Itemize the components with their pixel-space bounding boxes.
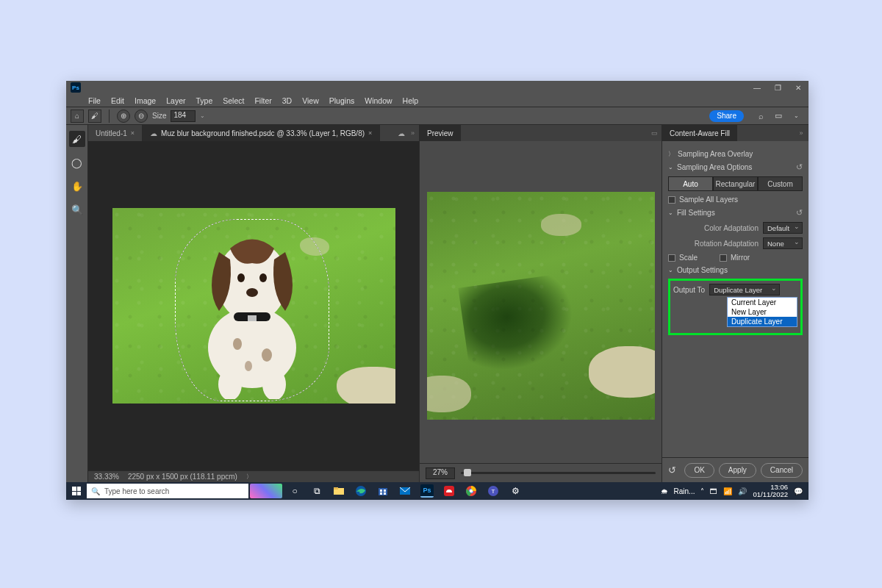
microsoft-store-icon[interactable]: [373, 482, 392, 500]
menu-help[interactable]: Help: [403, 96, 419, 105]
battery-icon[interactable]: 🗔: [710, 487, 717, 495]
zoom-tool-icon[interactable]: 🔍: [69, 201, 85, 218]
weather-text[interactable]: Rain...: [674, 487, 695, 495]
cortana-icon[interactable]: ○: [285, 482, 304, 500]
checkbox[interactable]: [668, 196, 675, 204]
photoshop-taskbar-icon[interactable]: Ps: [417, 482, 437, 500]
preview-zoom-slider[interactable]: [461, 472, 656, 474]
tool-panel: 🖌 ◯ ✋ 🔍: [66, 125, 88, 482]
output-settings-section[interactable]: ⌄ Output Settings: [668, 266, 803, 274]
edge-browser-icon[interactable]: [351, 482, 370, 500]
dropdown-option-new-layer[interactable]: New Layer: [728, 307, 797, 317]
menu-filter[interactable]: Filter: [254, 96, 271, 105]
taskbar-pinned-apps: ○ ⧉ Ps T ⚙: [285, 482, 525, 500]
file-explorer-icon[interactable]: [329, 482, 348, 500]
sampling-brush-subtract-icon[interactable]: ⊖: [135, 110, 148, 123]
size-dropdown-icon[interactable]: ⌄: [200, 112, 205, 119]
document-tab-2[interactable]: ☁ Muz blur background finished.psdc @ 33…: [143, 125, 380, 141]
sampling-overlay-section[interactable]: 〉 Sampling Area Overlay: [668, 150, 803, 158]
menu-layer[interactable]: Layer: [166, 96, 185, 105]
dropdown-option-duplicate-layer[interactable]: Duplicate Layer: [728, 317, 797, 326]
panel-expand-icon[interactable]: »: [794, 129, 808, 137]
preview-canvas[interactable]: [420, 141, 662, 463]
slider-thumb[interactable]: [464, 469, 471, 476]
sampling-brush-tool-icon[interactable]: 🖌: [69, 131, 85, 147]
status-bar: 33.33% 2250 px x 1500 px (118.11 ppcm) 〉: [88, 470, 419, 482]
ok-button[interactable]: OK: [684, 463, 714, 478]
lasso-tool-icon[interactable]: ◯: [69, 154, 85, 171]
menu-window[interactable]: Window: [365, 96, 392, 105]
wifi-icon[interactable]: 📶: [723, 487, 732, 495]
menu-3d[interactable]: 3D: [282, 96, 292, 105]
notifications-icon[interactable]: 💬: [794, 487, 803, 495]
cloud-sync-icon[interactable]: ☁: [398, 129, 405, 137]
close-button[interactable]: ✕: [788, 81, 808, 94]
task-view-icon[interactable]: ⧉: [307, 482, 326, 500]
document-tab-1[interactable]: Untitled-1 ×: [88, 125, 143, 141]
share-button[interactable]: Share: [709, 110, 744, 122]
apply-button[interactable]: Apply: [719, 463, 756, 478]
chrome-icon[interactable]: [462, 482, 481, 500]
close-tab-icon[interactable]: ×: [131, 129, 135, 137]
preview-tab[interactable]: Preview: [420, 125, 461, 141]
paving-stone: [427, 376, 471, 412]
expand-tabs-icon[interactable]: »: [411, 129, 415, 137]
sampling-rectangular-button[interactable]: Rectangular: [713, 176, 758, 191]
menu-type[interactable]: Type: [196, 96, 212, 105]
tray-chevron-icon[interactable]: ˄: [700, 487, 704, 495]
status-chevron-icon[interactable]: 〉: [246, 473, 252, 481]
taskbar-search[interactable]: 🔍 Type here to search: [87, 484, 248, 498]
current-tool-icon[interactable]: 🖌: [88, 110, 101, 123]
sample-all-layers-row[interactable]: Sample All Layers: [668, 196, 803, 204]
search-icon[interactable]: ⌕: [756, 111, 766, 121]
menu-edit[interactable]: Edit: [111, 96, 124, 105]
checkbox[interactable]: [668, 254, 675, 262]
menu-view[interactable]: View: [302, 96, 319, 105]
creative-cloud-icon[interactable]: [440, 482, 459, 500]
minimize-button[interactable]: —: [747, 81, 767, 94]
workspace-switcher-icon[interactable]: ▭: [773, 111, 784, 121]
brush-size-input[interactable]: 184: [171, 110, 196, 122]
sampling-custom-button[interactable]: Custom: [758, 176, 803, 191]
cancel-button[interactable]: Cancel: [761, 463, 803, 478]
settings-icon[interactable]: ⚙: [506, 482, 525, 500]
preview-zoom-input[interactable]: 27%: [426, 467, 455, 479]
menu-file[interactable]: File: [88, 96, 101, 105]
window-controls: — ❐ ✕: [747, 81, 808, 94]
hand-tool-icon[interactable]: ✋: [69, 178, 85, 194]
maximize-button[interactable]: ❐: [767, 81, 788, 94]
panel-collapse-icon[interactable]: ▭: [647, 129, 662, 137]
chevron-down-icon[interactable]: ⌄: [791, 111, 801, 121]
sampling-auto-button[interactable]: Auto: [668, 176, 713, 191]
fill-settings-section[interactable]: ⌄ Fill Settings ↺: [668, 208, 803, 218]
sampling-brush-add-icon[interactable]: ⊕: [117, 110, 130, 123]
rotation-adaptation-dropdown[interactable]: None: [763, 237, 803, 249]
windows-logo-icon: [72, 487, 81, 495]
home-icon[interactable]: ⌂: [71, 110, 84, 123]
checkbox[interactable]: [720, 254, 727, 262]
weather-icon[interactable]: 🌧: [661, 487, 668, 495]
caf-tab[interactable]: Content-Aware Fill: [662, 125, 737, 141]
reset-section-icon[interactable]: ↺: [796, 208, 803, 218]
reset-section-icon[interactable]: ↺: [796, 162, 803, 172]
reset-all-icon[interactable]: ↺: [668, 465, 676, 476]
mail-icon[interactable]: [395, 482, 415, 500]
teams-icon[interactable]: T: [484, 482, 503, 500]
dropdown-option-current-layer[interactable]: Current Layer: [728, 298, 797, 307]
menu-image[interactable]: Image: [135, 96, 156, 105]
mirror-checkbox-row[interactable]: Mirror: [720, 254, 750, 262]
zoom-percentage[interactable]: 33.33%: [94, 473, 119, 481]
menu-plugins[interactable]: Plugins: [329, 96, 354, 105]
canvas[interactable]: [88, 141, 419, 470]
start-button[interactable]: [66, 482, 87, 500]
menu-select[interactable]: Select: [223, 96, 244, 105]
taskbar-clock[interactable]: 13:06 01/11/2022: [753, 484, 788, 498]
volume-icon[interactable]: 🔊: [738, 487, 747, 495]
color-adaptation-dropdown[interactable]: Default: [763, 222, 803, 234]
sampling-options-section[interactable]: ⌄ Sampling Area Options ↺: [668, 162, 803, 172]
news-widget-thumbnail[interactable]: [250, 484, 282, 498]
output-to-dropdown[interactable]: Duplicate Layer: [709, 284, 780, 295]
scale-checkbox-row[interactable]: Scale: [668, 254, 698, 262]
taskbar-system-tray: 🌧 Rain... ˄ 🗔 📶 🔊 13:06 01/11/2022 💬: [661, 484, 808, 498]
close-tab-icon[interactable]: ×: [368, 129, 372, 137]
